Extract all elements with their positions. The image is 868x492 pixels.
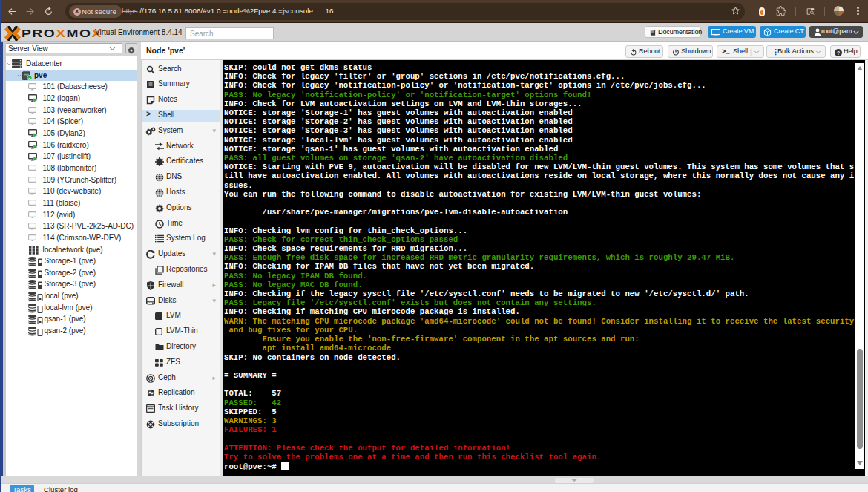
svg-text:?: ? (837, 50, 840, 55)
